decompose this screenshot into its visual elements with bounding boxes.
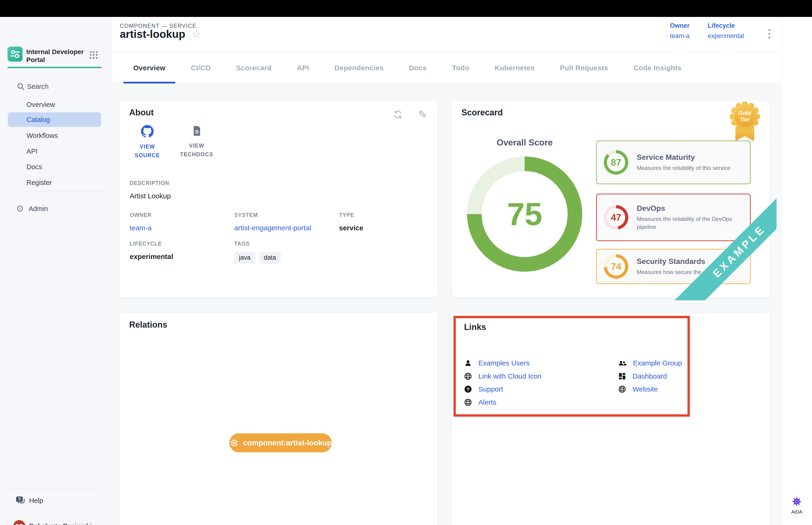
header-lifecycle: Lifecycle experimental — [708, 22, 744, 40]
overall-score-donut: 75 — [467, 156, 582, 272]
tab-kubernetes[interactable]: Kubernetes — [482, 52, 547, 84]
globe-icon — [464, 398, 472, 407]
links-title: Links — [464, 322, 486, 332]
scorecard-title: Scorecard — [461, 108, 503, 118]
sliders-icon — [10, 49, 20, 59]
tab-dependencies[interactable]: Dependencies — [322, 52, 396, 84]
relations-entity-chip[interactable]: component:artist-lookup — [229, 433, 332, 452]
gold-tier-badge: Gold Tier — [730, 101, 760, 144]
sidebar-item-api[interactable]: API — [0, 145, 112, 158]
tab-overview[interactable]: Overview — [121, 52, 178, 84]
scorecard-card: Scorecard — [451, 101, 770, 298]
entity-tabs: Overview CI/CD Scorecard API Dependencie… — [112, 52, 781, 84]
sidebar-divider — [23, 191, 104, 192]
avatar: DP — [13, 520, 25, 525]
lifecycle-value: experimental — [708, 32, 744, 40]
field-description: DESCRIPTION Artist Lookup — [130, 180, 171, 200]
tab-docs[interactable]: Docs — [396, 52, 439, 84]
globe-icon — [618, 385, 626, 393]
edit-pencil-icon[interactable]: ✎ — [418, 109, 427, 120]
field-lifecycle: LIFECYCLE experimental — [130, 241, 173, 260]
sidebar-item-admin[interactable]: ⚙ Admin — [0, 202, 112, 215]
tab-todo[interactable]: Todo — [439, 52, 482, 84]
sidebar-item-catalog[interactable]: Catalog — [8, 112, 101, 127]
main-area: COMPONENT — SERVICE artist-lookup ☆ Owne… — [112, 17, 781, 525]
relations-card: Relations component:artist-lookup — [119, 313, 438, 525]
owner-link[interactable]: team-a — [130, 224, 152, 232]
tab-api[interactable]: API — [284, 52, 322, 84]
relations-title: Relations — [129, 320, 167, 330]
overall-score-label: Overall Score — [486, 138, 563, 148]
metric-service-maturity[interactable]: 87 Service Maturity Measures the reliabi… — [596, 140, 751, 184]
aida-flower-icon — [791, 496, 802, 507]
field-owner: OWNER team-a — [130, 212, 152, 232]
link-examples-users[interactable]: Examples Users — [464, 359, 530, 367]
apps-grid-icon[interactable] — [90, 51, 97, 59]
aida-label: AIDA — [791, 509, 802, 515]
view-source-button[interactable]: VIEWSOURCE — [130, 125, 165, 160]
sidebar-bottom-divider — [8, 489, 102, 489]
sidebar-item-workflows[interactable]: Workflows — [0, 129, 112, 142]
example-ribbon: EXAMPLE — [666, 190, 777, 300]
tag-chip[interactable]: java — [234, 252, 256, 264]
link-example-group[interactable]: Example Group — [618, 359, 682, 367]
about-title: About — [129, 108, 154, 118]
link-with-cloud-icon[interactable]: Link with Cloud Icon — [464, 372, 541, 380]
tab-scorecard[interactable]: Scorecard — [224, 52, 284, 84]
links-card: Links Examples Users Link with Cloud Ico… — [451, 313, 770, 525]
link-alerts[interactable]: Alerts — [464, 398, 496, 407]
sidebar: Internal Developer Portal Search Overvie… — [0, 17, 112, 525]
sidebar-divider-accent — [7, 67, 102, 68]
person-icon — [464, 359, 472, 367]
tab-code-insights[interactable]: Code Insights — [621, 52, 694, 84]
refresh-icon[interactable] — [393, 109, 403, 119]
svg-text:?: ? — [18, 497, 21, 502]
sidebar-item-docs[interactable]: Docs — [0, 160, 112, 174]
top-black-bar — [0, 0, 812, 17]
help-chat-icon: ? — [15, 495, 26, 506]
overview-content: About ✎ VIEWSOURCE — [112, 84, 781, 525]
app-logo[interactable] — [7, 46, 22, 62]
favorite-star-icon[interactable]: ☆ — [192, 29, 201, 39]
overall-score-value: 75 — [507, 196, 542, 232]
link-support[interactable]: ? Support — [464, 385, 503, 393]
sidebar-search[interactable]: Search — [0, 80, 112, 93]
header-owner: Owner team-a — [670, 22, 690, 40]
document-icon — [191, 125, 202, 137]
sidebar-item-overview[interactable]: Overview — [0, 98, 112, 111]
app-title: Internal Developer Portal — [26, 48, 85, 64]
system-link[interactable]: artist-engagement-portal — [234, 224, 311, 232]
entity-header: COMPONENT — SERVICE artist-lookup ☆ Owne… — [112, 17, 781, 52]
kebab-menu-icon[interactable] — [765, 26, 774, 41]
metric-donut: 74 — [604, 254, 628, 279]
metric-donut: 47 — [604, 205, 628, 229]
right-gutter: AIDA — [781, 17, 812, 525]
field-tags: TAGS java data — [234, 241, 281, 264]
svg-text:Tier: Tier — [740, 116, 750, 123]
link-dashboard[interactable]: Dashboard — [618, 372, 667, 380]
svg-text:?: ? — [466, 387, 470, 392]
globe-icon — [464, 372, 472, 380]
search-label: Search — [27, 83, 49, 90]
tag-chip[interactable]: data — [259, 252, 281, 264]
link-website[interactable]: Website — [618, 385, 658, 393]
sidebar-item-help[interactable]: ? Help — [0, 494, 112, 507]
group-icon — [618, 359, 627, 367]
metric-donut: 87 — [604, 150, 628, 175]
tab-cicd[interactable]: CI/CD — [178, 52, 223, 84]
dashboard-icon — [618, 372, 626, 380]
sidebar-item-register[interactable]: Register — [0, 176, 112, 189]
sidebar-user[interactable]: DP Debabrata Panigrahi — [0, 518, 112, 525]
github-icon — [141, 125, 154, 138]
svg-text:Gold: Gold — [738, 110, 751, 116]
owner-link[interactable]: team-a — [670, 32, 690, 40]
about-card: About ✎ VIEWSOURCE — [119, 101, 438, 298]
search-icon — [16, 82, 25, 91]
tab-pull-requests[interactable]: Pull Requests — [547, 52, 621, 84]
field-system: SYSTEM artist-engagement-portal — [234, 212, 311, 232]
view-techdocs-button[interactable]: VIEWTECHDOCS — [179, 125, 214, 160]
aida-widget[interactable]: AIDA — [781, 496, 812, 515]
chip-icon — [230, 438, 239, 448]
user-name: Debabrata Panigrahi — [29, 522, 92, 525]
gear-icon: ⚙ — [16, 204, 24, 213]
